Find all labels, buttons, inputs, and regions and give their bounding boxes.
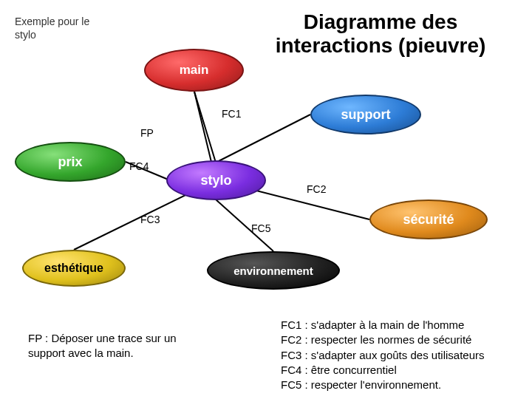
edge-fc1: FC1	[222, 108, 241, 120]
legend-fc1: FC1 : s'adapter à la main de l'homme	[281, 318, 464, 331]
edge-fp: FP	[140, 127, 154, 139]
subtitle-l2: stylo	[15, 29, 36, 41]
node-esthetique: esthétique	[22, 250, 126, 287]
legend-fp-l1: FP : Déposer une trace sur un	[28, 332, 177, 344]
svg-line-1	[216, 115, 310, 163]
subtitle-l1: Exemple pour le	[15, 16, 89, 27]
edge-fc2: FC2	[307, 183, 326, 195]
node-stylo: stylo	[166, 160, 266, 200]
example-subtitle: Exemple pour le stylo	[15, 15, 89, 41]
legend-fc2: FC2 : respecter les normes de sécurité	[281, 333, 471, 346]
page-title: Diagramme des interactions (pieuvre)	[244, 10, 517, 58]
edge-fc3: FC3	[140, 214, 160, 225]
legend-fc5: FC5 : respecter l'environnement.	[281, 378, 441, 391]
node-environnement: environnement	[207, 251, 340, 290]
edge-fc5: FC5	[251, 222, 270, 234]
node-prix: prix	[15, 142, 126, 182]
legend-fc: FC1 : s'adapter à la main de l'homme FC2…	[281, 318, 525, 392]
legend-fc3: FC3 : s'adapter aux goûts des utilisateu…	[281, 349, 485, 361]
svg-line-0	[194, 92, 216, 163]
title-l2: interactions (pieuvre)	[276, 34, 486, 57]
node-securite: sécurité	[369, 200, 488, 239]
legend-fc4: FC4 : être concurrentiel	[281, 364, 397, 376]
legend-fp-l2: support avec la main.	[28, 347, 134, 359]
title-l1: Diagramme des	[304, 10, 458, 33]
node-support: support	[310, 95, 421, 134]
edge-fc4: FC4	[129, 160, 149, 172]
legend-fp: FP : Déposer une trace sur un support av…	[28, 331, 250, 361]
node-main: main	[144, 49, 244, 92]
